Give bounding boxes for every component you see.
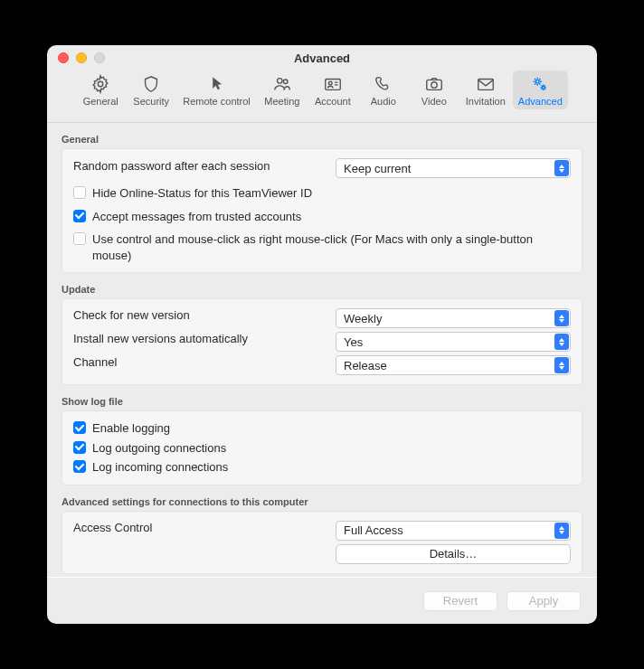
channel-select[interactable]: Release <box>336 355 571 375</box>
section-general: Random password after each session Keep … <box>62 148 582 273</box>
apply-button[interactable]: Apply <box>507 591 581 611</box>
svg-rect-7 <box>478 80 494 90</box>
titlebar: Advanced <box>47 45 597 71</box>
tab-general[interactable]: General <box>76 71 125 109</box>
svg-point-0 <box>98 81 103 87</box>
hide-online-checkbox[interactable] <box>73 186 86 199</box>
id-card-icon <box>323 74 343 94</box>
tab-audio[interactable]: Audio <box>359 71 408 109</box>
chevron-updown-icon <box>554 523 569 539</box>
tab-invitation[interactable]: Invitation <box>460 71 511 109</box>
gear-icon <box>90 74 110 94</box>
envelope-icon <box>476 74 496 94</box>
details-button[interactable]: Details… <box>336 544 571 564</box>
svg-point-6 <box>431 82 437 88</box>
accept-trusted-checkbox[interactable] <box>73 210 86 222</box>
tab-advanced[interactable]: Advanced <box>513 71 568 109</box>
access-control-label: Access Control <box>73 521 152 534</box>
section-log: Enable logging Log outgoing connections … <box>62 410 582 485</box>
window-title: Advanced <box>47 52 597 65</box>
chevron-updown-icon <box>554 357 569 373</box>
preferences-window: Advanced General Security Remote control… <box>47 45 597 624</box>
chevron-updown-icon <box>554 334 569 350</box>
check-version-select[interactable]: Weekly <box>336 308 571 328</box>
section-update-head: Update <box>62 284 582 295</box>
content-area: General Random password after each sessi… <box>47 123 597 577</box>
right-click-label: Use control and mouse-click as right mou… <box>92 231 571 263</box>
log-outgoing-label: Log outgoing connections <box>92 440 226 457</box>
check-version-label: Check for new version <box>73 308 190 322</box>
tab-meeting[interactable]: Meeting <box>258 71 307 109</box>
right-click-checkbox[interactable] <box>73 232 86 245</box>
log-incoming-checkbox[interactable] <box>73 460 86 473</box>
channel-label: Channel <box>73 355 117 369</box>
random-password-select[interactable]: Keep current <box>336 158 571 178</box>
tab-security[interactable]: Security <box>127 71 175 109</box>
enable-logging-label: Enable logging <box>92 420 170 437</box>
cursor-icon <box>207 74 227 94</box>
revert-button[interactable]: Revert <box>423 591 497 611</box>
svg-rect-3 <box>326 80 341 90</box>
svg-point-1 <box>277 79 282 84</box>
hide-online-label: Hide Online-Status for this TeamViewer I… <box>92 185 312 202</box>
access-control-select[interactable]: Full Access <box>336 521 571 541</box>
section-general-head: General <box>62 134 582 145</box>
footer: Revert Apply <box>47 577 597 624</box>
tab-account[interactable]: Account <box>308 71 357 109</box>
shield-icon <box>141 74 161 94</box>
svg-point-9 <box>543 86 545 89</box>
svg-point-2 <box>283 80 288 84</box>
svg-point-8 <box>536 80 540 83</box>
install-auto-label: Install new versions automatically <box>73 332 248 345</box>
section-advconn: Access Control Full Access Details… <box>62 511 582 574</box>
random-password-label: Random password after each session <box>73 158 270 174</box>
people-icon <box>272 74 292 94</box>
phone-icon <box>374 74 393 94</box>
install-auto-select[interactable]: Yes <box>336 332 571 352</box>
section-update: Check for new version Weekly Install new… <box>62 298 582 385</box>
chevron-updown-icon <box>554 160 569 176</box>
log-outgoing-checkbox[interactable] <box>73 441 86 454</box>
accept-trusted-label: Accept messages from trusted accounts <box>92 209 301 225</box>
tab-video[interactable]: Video <box>410 71 459 109</box>
svg-point-4 <box>328 81 332 85</box>
gears-icon <box>530 74 550 94</box>
tab-bar: General Security Remote control Meeting … <box>47 71 597 123</box>
tab-remote-control[interactable]: Remote control <box>177 71 256 109</box>
section-advconn-head: Advanced settings for connections to thi… <box>62 496 582 507</box>
camera-icon <box>424 74 444 94</box>
chevron-updown-icon <box>554 310 569 326</box>
section-log-head: Show log file <box>62 396 582 407</box>
log-incoming-label: Log incoming connections <box>92 459 228 476</box>
enable-logging-checkbox[interactable] <box>73 421 86 434</box>
